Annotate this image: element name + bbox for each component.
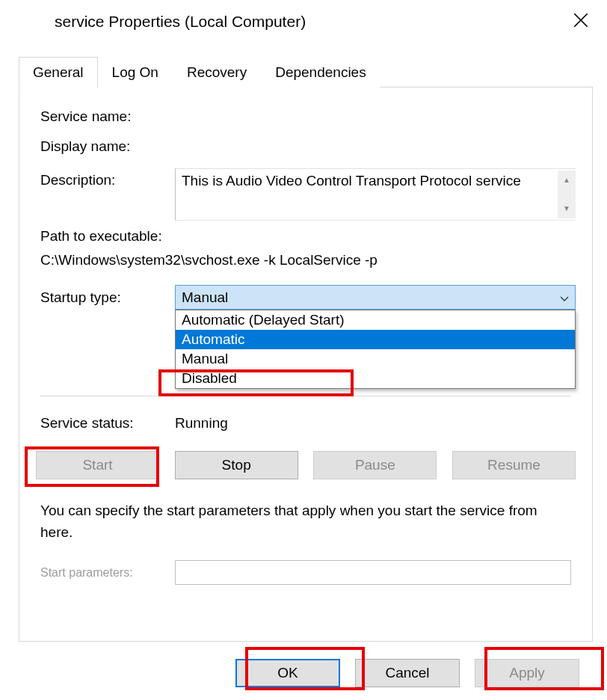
tab-dependencies[interactable]: Dependencies: [261, 57, 380, 88]
start-params-row: Start parameters:: [40, 560, 571, 585]
option-disabled[interactable]: Disabled: [176, 369, 575, 388]
tab-log-on[interactable]: Log On: [98, 57, 173, 88]
path-value: C:\Windows\system32\svchost.exe -k Local…: [40, 252, 576, 268]
window-title: service Properties (Local Computer): [55, 13, 306, 31]
apply-button: Apply: [475, 659, 579, 687]
start-params-input: [175, 560, 571, 585]
close-button[interactable]: [566, 5, 596, 35]
tab-general[interactable]: General: [19, 57, 98, 88]
path-block: Path to executable: C:\Windows\system32\…: [40, 228, 576, 268]
cancel-button[interactable]: Cancel: [355, 659, 460, 687]
option-automatic-delayed[interactable]: Automatic (Delayed Start): [176, 310, 575, 330]
pause-button: Pause: [313, 451, 437, 479]
description-scrollbar[interactable]: ▲ ▼: [558, 171, 576, 218]
startup-type-label: Startup type:: [40, 289, 175, 306]
description-field[interactable]: This is Audio Video Control Transport Pr…: [175, 168, 576, 221]
startup-type-combo[interactable]: Manual Automatic (Delayed Start) Automat…: [175, 285, 576, 310]
close-icon: [573, 13, 588, 28]
start-params-hint: You can specify the start parameters tha…: [40, 500, 571, 543]
general-panel: Service name: Display name: Description:…: [19, 87, 593, 642]
status-row: Service status: Running: [40, 415, 228, 432]
stop-button[interactable]: Stop: [175, 451, 298, 479]
description-label: Description:: [40, 168, 175, 188]
tab-recovery[interactable]: Recovery: [173, 57, 261, 88]
scroll-down-icon: ▼: [563, 205, 570, 212]
service-status-label: Service status:: [40, 415, 175, 432]
chevron-down-icon: [560, 289, 569, 306]
description-value: This is Audio Video Control Transport Pr…: [182, 173, 521, 188]
startup-type-selected[interactable]: Manual: [175, 285, 576, 310]
resume-button: Resume: [452, 451, 576, 479]
scroll-up-icon: ▲: [563, 176, 570, 184]
control-buttons: Start Stop Pause Resume: [36, 451, 576, 479]
path-label: Path to executable:: [40, 228, 576, 245]
divider: [40, 396, 571, 396]
option-automatic[interactable]: Automatic: [176, 330, 575, 349]
service-name-label: Service name:: [40, 108, 175, 125]
display-name-label: Display name:: [40, 138, 175, 155]
startup-type-dropdown: Automatic (Delayed Start) Automatic Manu…: [175, 310, 576, 389]
tab-strip: General Log On Recovery Dependencies: [19, 55, 380, 88]
service-properties-dialog: service Properties (Local Computer) Gene…: [9, 0, 603, 700]
option-manual[interactable]: Manual: [176, 349, 575, 369]
startup-type-selected-text: Manual: [182, 289, 228, 306]
start-params-label: Start parameters:: [40, 566, 175, 580]
titlebar: service Properties (Local Computer): [10, 1, 602, 43]
start-button: Start: [36, 451, 159, 479]
dialog-buttons: OK Cancel Apply: [10, 659, 602, 687]
service-status-value: Running: [175, 415, 228, 432]
ok-button[interactable]: OK: [235, 659, 340, 687]
